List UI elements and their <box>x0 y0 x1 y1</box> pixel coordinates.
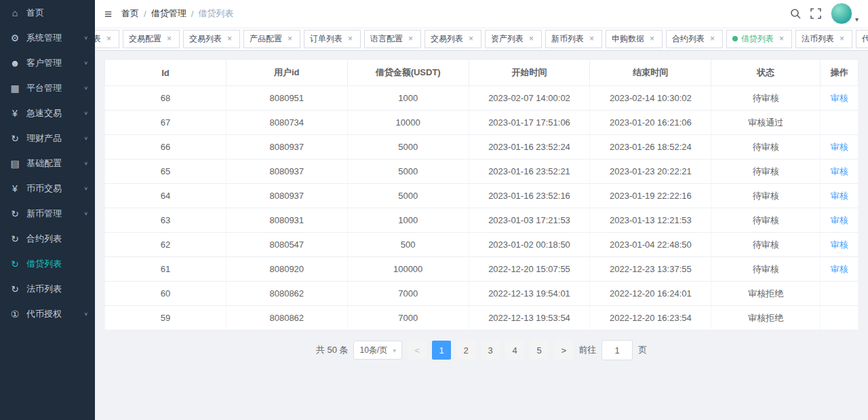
tab-item[interactable]: 新币列表× <box>545 30 602 48</box>
review-link[interactable]: 审核 <box>831 264 848 274</box>
sidebar-item-contract-list[interactable]: ↻合约列表 <box>0 226 95 251</box>
avatar[interactable] <box>831 3 852 24</box>
loan-table: Id用户id借贷金额(USDT)开始时间结束时间状态操作 68808095110… <box>104 59 859 330</box>
sidebar-item-loan-list[interactable]: ↻借贷列表 <box>0 251 95 276</box>
chevron-down-icon: ∨ <box>83 186 88 191</box>
cell-user_id: 8080937 <box>226 159 347 184</box>
review-link[interactable]: 审核 <box>831 240 848 250</box>
cell-action: 审核 <box>821 184 859 208</box>
sidebar-item-fiat-list[interactable]: ↻法币列表 <box>0 276 95 301</box>
cell-user_id: 8080862 <box>226 306 347 330</box>
tab-item[interactable]: 语言配置× <box>364 30 421 48</box>
tab-item[interactable]: 合约列表× <box>666 30 723 48</box>
cell-status: 待审核 <box>711 208 821 233</box>
breadcrumb-separator: / <box>191 9 194 19</box>
review-link[interactable]: 审核 <box>831 191 848 201</box>
tab-loan-list[interactable]: 借贷列表× <box>726 30 792 48</box>
home-icon: ⌂ <box>9 7 20 18</box>
tab-item[interactable]: 代币列表× <box>856 30 868 48</box>
sidebar-item-label: 基础配置 <box>26 157 81 170</box>
tab-item[interactable]: 产品配置× <box>243 30 300 48</box>
tab-item[interactable]: 订单列表× <box>304 30 361 48</box>
cell-end_time: 2023-01-04 22:48:50 <box>590 233 711 257</box>
tab-item[interactable]: 申购数据× <box>606 30 663 48</box>
close-icon[interactable]: × <box>225 35 234 43</box>
page-button-3[interactable]: 3 <box>481 341 500 360</box>
cell-id: 64 <box>105 184 226 208</box>
review-link[interactable]: 审核 <box>831 215 848 225</box>
chevron-down-icon: ∨ <box>83 136 88 141</box>
chevron-down-icon: ∨ <box>83 111 88 116</box>
close-icon[interactable]: × <box>837 35 846 43</box>
close-icon[interactable]: × <box>467 35 475 43</box>
page-button-4[interactable]: 4 <box>505 341 524 360</box>
close-icon[interactable]: × <box>527 35 536 43</box>
page-button-2[interactable]: 2 <box>456 341 475 360</box>
sidebar-item-new-coin-manage[interactable]: ↻新币管理∨ <box>0 201 95 226</box>
close-icon[interactable]: × <box>648 35 656 43</box>
tab-item[interactable]: 交易列表× <box>183 30 240 48</box>
sidebar-item-customer-manage[interactable]: ☻客户管理∨ <box>0 50 95 75</box>
tab-label: 语言配置 <box>370 33 403 45</box>
page-size-select[interactable]: 10条/页 ▾ <box>353 341 402 360</box>
sidebar-item-label: 借贷列表 <box>26 258 88 270</box>
page-size-value: 10条/页 <box>359 345 387 356</box>
search-icon[interactable] <box>790 8 801 19</box>
tab-item[interactable]: 交易列表× <box>425 30 481 48</box>
yen-icon: ¥ <box>9 108 20 119</box>
review-link[interactable]: 审核 <box>831 93 848 103</box>
cell-start_time: 2022-12-13 19:54:01 <box>469 282 590 306</box>
close-icon[interactable]: × <box>406 35 415 43</box>
close-icon[interactable]: × <box>285 35 294 43</box>
cell-start_time: 2022-12-13 19:53:54 <box>469 306 590 330</box>
sidebar-item-token-auth[interactable]: ①代币授权∨ <box>0 301 95 326</box>
tab-item[interactable]: 列表× <box>95 30 119 48</box>
close-icon[interactable]: × <box>104 35 113 43</box>
tab-item[interactable]: 法币列表× <box>795 30 852 48</box>
sidebar-item-label: 币币交易 <box>26 183 81 195</box>
sidebar-item-home[interactable]: ⌂首页 <box>0 0 95 25</box>
cell-amount: 7000 <box>347 282 469 306</box>
chevron-down-icon: ∨ <box>83 161 88 166</box>
close-icon[interactable]: × <box>346 35 355 43</box>
fullscreen-icon[interactable] <box>810 8 821 19</box>
topbar: ≡ 首页 / 借贷管理 / 借贷列表 ▾ <box>95 0 868 27</box>
table-row: 6180809201000002022-12-20 15:07:552022-1… <box>105 257 859 282</box>
cell-user_id: 8080937 <box>226 135 347 159</box>
sidebar-item-system-manage[interactable]: ⚙系统管理∨ <box>0 25 95 50</box>
prev-page-button[interactable]: < <box>408 341 427 360</box>
user-menu[interactable]: ▾ <box>831 3 859 24</box>
sidebar-item-finance-product[interactable]: ↻理财产品∨ <box>0 126 95 151</box>
breadcrumb-home[interactable]: 首页 <box>121 7 139 20</box>
cell-id: 60 <box>105 282 226 306</box>
gear-icon: ⚙ <box>9 33 20 43</box>
sidebar-item-base-config[interactable]: ▤基础配置∨ <box>0 151 95 176</box>
page-button-5[interactable]: 5 <box>530 341 549 360</box>
tab-label: 申购数据 <box>612 33 644 45</box>
tab-label: 交易配置 <box>129 33 161 45</box>
sidebar-item-platform-manage[interactable]: ▦平台管理∨ <box>0 75 95 100</box>
review-link[interactable]: 审核 <box>831 166 848 176</box>
menu-icon[interactable]: ≡ <box>104 7 112 20</box>
cell-status: 待审核 <box>711 135 821 159</box>
tab-item[interactable]: 资产列表× <box>485 30 542 48</box>
sidebar-item-fast-trade[interactable]: ¥急速交易∨ <box>0 100 95 126</box>
cell-amount: 5000 <box>347 184 469 208</box>
close-icon[interactable]: × <box>587 35 596 43</box>
cell-end_time: 2022-12-23 13:37:55 <box>590 257 711 282</box>
cell-start_time: 2023-01-16 23:52:24 <box>469 135 590 159</box>
goto-page-input[interactable] <box>601 340 633 360</box>
cell-status: 待审核 <box>711 86 821 111</box>
cell-amount: 1000 <box>347 208 469 233</box>
tab-item[interactable]: 交易配置× <box>123 30 180 48</box>
close-icon[interactable]: × <box>165 35 174 43</box>
cell-end_time: 2023-01-23 20:22:21 <box>590 159 711 184</box>
close-icon[interactable]: × <box>708 35 717 43</box>
close-icon[interactable]: × <box>777 35 786 43</box>
review-link[interactable]: 审核 <box>831 142 848 152</box>
page-button-1[interactable]: 1 <box>432 341 451 360</box>
arrow-left-icon: < <box>414 345 420 356</box>
sidebar-item-coin-trade[interactable]: ¥币币交易∨ <box>0 176 95 201</box>
next-page-button[interactable]: > <box>554 341 573 360</box>
table-row: 59808086270002022-12-13 19:53:542022-12-… <box>105 306 859 330</box>
